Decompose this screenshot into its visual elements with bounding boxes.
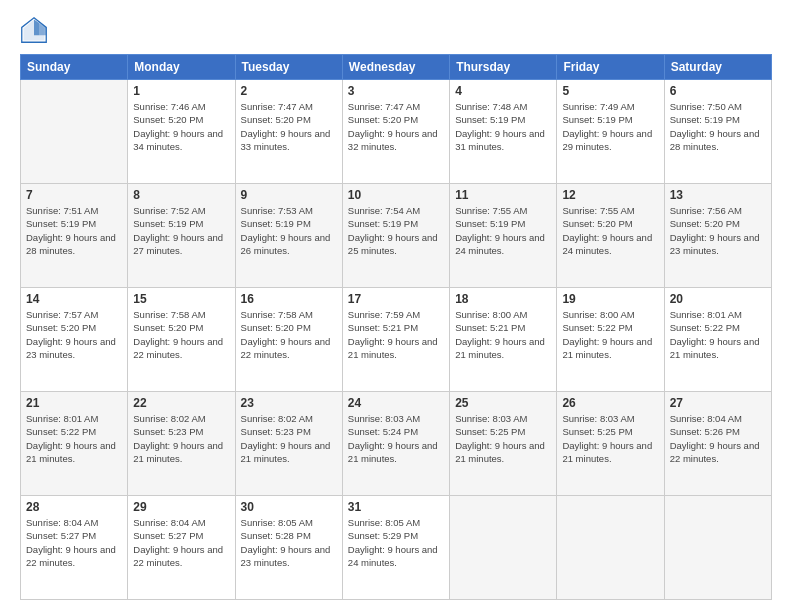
calendar-cell: 7Sunrise: 7:51 AMSunset: 5:19 PMDaylight… xyxy=(21,184,128,288)
day-number: 27 xyxy=(670,396,766,410)
day-number: 17 xyxy=(348,292,444,306)
day-number: 26 xyxy=(562,396,658,410)
calendar-cell: 28Sunrise: 8:04 AMSunset: 5:27 PMDayligh… xyxy=(21,496,128,600)
day-number: 11 xyxy=(455,188,551,202)
day-detail: Sunrise: 8:03 AMSunset: 5:25 PMDaylight:… xyxy=(562,412,658,465)
logo-icon xyxy=(20,16,48,44)
calendar-cell: 14Sunrise: 7:57 AMSunset: 5:20 PMDayligh… xyxy=(21,288,128,392)
day-number: 7 xyxy=(26,188,122,202)
day-detail: Sunrise: 7:55 AMSunset: 5:20 PMDaylight:… xyxy=(562,204,658,257)
calendar-cell: 6Sunrise: 7:50 AMSunset: 5:19 PMDaylight… xyxy=(664,80,771,184)
day-detail: Sunrise: 8:03 AMSunset: 5:24 PMDaylight:… xyxy=(348,412,444,465)
calendar-cell xyxy=(557,496,664,600)
day-detail: Sunrise: 7:48 AMSunset: 5:19 PMDaylight:… xyxy=(455,100,551,153)
calendar-cell: 10Sunrise: 7:54 AMSunset: 5:19 PMDayligh… xyxy=(342,184,449,288)
calendar-cell: 15Sunrise: 7:58 AMSunset: 5:20 PMDayligh… xyxy=(128,288,235,392)
calendar-table: SundayMondayTuesdayWednesdayThursdayFrid… xyxy=(20,54,772,600)
header xyxy=(20,16,772,44)
calendar-cell: 21Sunrise: 8:01 AMSunset: 5:22 PMDayligh… xyxy=(21,392,128,496)
day-number: 12 xyxy=(562,188,658,202)
calendar-cell: 22Sunrise: 8:02 AMSunset: 5:23 PMDayligh… xyxy=(128,392,235,496)
weekday-header-saturday: Saturday xyxy=(664,55,771,80)
calendar-cell: 13Sunrise: 7:56 AMSunset: 5:20 PMDayligh… xyxy=(664,184,771,288)
calendar-cell: 24Sunrise: 8:03 AMSunset: 5:24 PMDayligh… xyxy=(342,392,449,496)
day-number: 3 xyxy=(348,84,444,98)
day-detail: Sunrise: 8:04 AMSunset: 5:26 PMDaylight:… xyxy=(670,412,766,465)
calendar-cell: 19Sunrise: 8:00 AMSunset: 5:22 PMDayligh… xyxy=(557,288,664,392)
weekday-header-wednesday: Wednesday xyxy=(342,55,449,80)
day-number: 30 xyxy=(241,500,337,514)
calendar-cell: 23Sunrise: 8:02 AMSunset: 5:23 PMDayligh… xyxy=(235,392,342,496)
day-detail: Sunrise: 8:02 AMSunset: 5:23 PMDaylight:… xyxy=(133,412,229,465)
weekday-header-friday: Friday xyxy=(557,55,664,80)
calendar-cell: 29Sunrise: 8:04 AMSunset: 5:27 PMDayligh… xyxy=(128,496,235,600)
calendar-week-row: 1Sunrise: 7:46 AMSunset: 5:20 PMDaylight… xyxy=(21,80,772,184)
calendar-cell: 31Sunrise: 8:05 AMSunset: 5:29 PMDayligh… xyxy=(342,496,449,600)
day-number: 13 xyxy=(670,188,766,202)
day-detail: Sunrise: 8:01 AMSunset: 5:22 PMDaylight:… xyxy=(26,412,122,465)
day-number: 31 xyxy=(348,500,444,514)
calendar-cell xyxy=(21,80,128,184)
day-number: 29 xyxy=(133,500,229,514)
day-number: 8 xyxy=(133,188,229,202)
day-detail: Sunrise: 8:05 AMSunset: 5:29 PMDaylight:… xyxy=(348,516,444,569)
calendar-week-row: 28Sunrise: 8:04 AMSunset: 5:27 PMDayligh… xyxy=(21,496,772,600)
calendar-cell xyxy=(450,496,557,600)
calendar-cell: 9Sunrise: 7:53 AMSunset: 5:19 PMDaylight… xyxy=(235,184,342,288)
calendar-cell: 12Sunrise: 7:55 AMSunset: 5:20 PMDayligh… xyxy=(557,184,664,288)
day-detail: Sunrise: 7:57 AMSunset: 5:20 PMDaylight:… xyxy=(26,308,122,361)
day-detail: Sunrise: 7:49 AMSunset: 5:19 PMDaylight:… xyxy=(562,100,658,153)
calendar-cell xyxy=(664,496,771,600)
day-detail: Sunrise: 8:03 AMSunset: 5:25 PMDaylight:… xyxy=(455,412,551,465)
weekday-header-thursday: Thursday xyxy=(450,55,557,80)
calendar-cell: 30Sunrise: 8:05 AMSunset: 5:28 PMDayligh… xyxy=(235,496,342,600)
day-detail: Sunrise: 7:53 AMSunset: 5:19 PMDaylight:… xyxy=(241,204,337,257)
calendar-cell: 16Sunrise: 7:58 AMSunset: 5:20 PMDayligh… xyxy=(235,288,342,392)
page: SundayMondayTuesdayWednesdayThursdayFrid… xyxy=(0,0,792,612)
day-number: 6 xyxy=(670,84,766,98)
day-number: 2 xyxy=(241,84,337,98)
calendar-week-row: 14Sunrise: 7:57 AMSunset: 5:20 PMDayligh… xyxy=(21,288,772,392)
day-detail: Sunrise: 7:46 AMSunset: 5:20 PMDaylight:… xyxy=(133,100,229,153)
day-detail: Sunrise: 8:04 AMSunset: 5:27 PMDaylight:… xyxy=(133,516,229,569)
day-detail: Sunrise: 7:58 AMSunset: 5:20 PMDaylight:… xyxy=(133,308,229,361)
day-detail: Sunrise: 7:56 AMSunset: 5:20 PMDaylight:… xyxy=(670,204,766,257)
day-number: 22 xyxy=(133,396,229,410)
calendar-cell: 2Sunrise: 7:47 AMSunset: 5:20 PMDaylight… xyxy=(235,80,342,184)
day-detail: Sunrise: 7:55 AMSunset: 5:19 PMDaylight:… xyxy=(455,204,551,257)
day-number: 28 xyxy=(26,500,122,514)
day-number: 24 xyxy=(348,396,444,410)
day-number: 25 xyxy=(455,396,551,410)
calendar-cell: 5Sunrise: 7:49 AMSunset: 5:19 PMDaylight… xyxy=(557,80,664,184)
calendar-cell: 26Sunrise: 8:03 AMSunset: 5:25 PMDayligh… xyxy=(557,392,664,496)
day-detail: Sunrise: 7:52 AMSunset: 5:19 PMDaylight:… xyxy=(133,204,229,257)
day-number: 4 xyxy=(455,84,551,98)
logo xyxy=(20,16,52,44)
calendar-cell: 25Sunrise: 8:03 AMSunset: 5:25 PMDayligh… xyxy=(450,392,557,496)
day-number: 16 xyxy=(241,292,337,306)
day-number: 15 xyxy=(133,292,229,306)
calendar-week-row: 21Sunrise: 8:01 AMSunset: 5:22 PMDayligh… xyxy=(21,392,772,496)
day-detail: Sunrise: 7:51 AMSunset: 5:19 PMDaylight:… xyxy=(26,204,122,257)
calendar-cell: 17Sunrise: 7:59 AMSunset: 5:21 PMDayligh… xyxy=(342,288,449,392)
day-detail: Sunrise: 7:47 AMSunset: 5:20 PMDaylight:… xyxy=(348,100,444,153)
calendar-cell: 1Sunrise: 7:46 AMSunset: 5:20 PMDaylight… xyxy=(128,80,235,184)
day-detail: Sunrise: 8:01 AMSunset: 5:22 PMDaylight:… xyxy=(670,308,766,361)
calendar-cell: 11Sunrise: 7:55 AMSunset: 5:19 PMDayligh… xyxy=(450,184,557,288)
calendar-week-row: 7Sunrise: 7:51 AMSunset: 5:19 PMDaylight… xyxy=(21,184,772,288)
weekday-header-tuesday: Tuesday xyxy=(235,55,342,80)
day-number: 20 xyxy=(670,292,766,306)
day-detail: Sunrise: 7:54 AMSunset: 5:19 PMDaylight:… xyxy=(348,204,444,257)
day-detail: Sunrise: 8:05 AMSunset: 5:28 PMDaylight:… xyxy=(241,516,337,569)
day-detail: Sunrise: 7:50 AMSunset: 5:19 PMDaylight:… xyxy=(670,100,766,153)
calendar-cell: 18Sunrise: 8:00 AMSunset: 5:21 PMDayligh… xyxy=(450,288,557,392)
day-detail: Sunrise: 7:47 AMSunset: 5:20 PMDaylight:… xyxy=(241,100,337,153)
day-number: 5 xyxy=(562,84,658,98)
day-detail: Sunrise: 7:59 AMSunset: 5:21 PMDaylight:… xyxy=(348,308,444,361)
calendar-cell: 27Sunrise: 8:04 AMSunset: 5:26 PMDayligh… xyxy=(664,392,771,496)
calendar-cell: 20Sunrise: 8:01 AMSunset: 5:22 PMDayligh… xyxy=(664,288,771,392)
weekday-header-sunday: Sunday xyxy=(21,55,128,80)
weekday-header-monday: Monday xyxy=(128,55,235,80)
day-number: 19 xyxy=(562,292,658,306)
day-number: 18 xyxy=(455,292,551,306)
